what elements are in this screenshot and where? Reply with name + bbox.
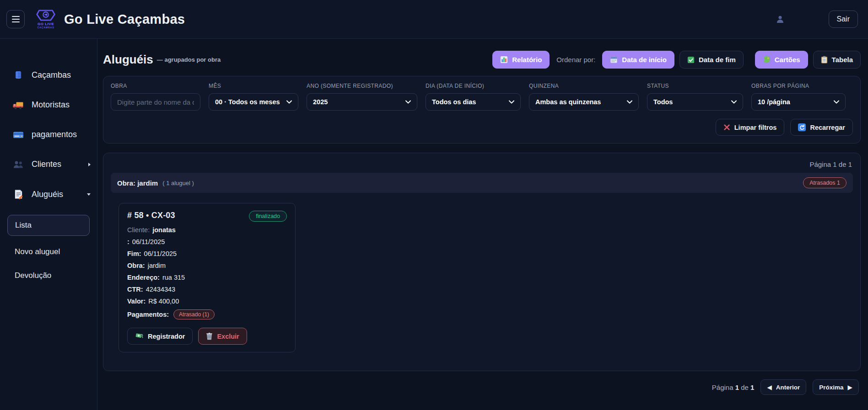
sidebar-item-label: Motoristas xyxy=(32,100,70,110)
rental-card: # 58 • CX-03 finalizado Cliente: jonatas… xyxy=(119,203,296,352)
sidebar-subitem-devolucao[interactable]: Devolução xyxy=(0,265,97,286)
sidebar-subitem-label: Devolução xyxy=(15,271,51,280)
delete-rental-button[interactable]: Excluir xyxy=(198,328,247,345)
list-page-indicator: Página 1 de 1 xyxy=(111,159,853,173)
day-select[interactable]: Todos os dias xyxy=(426,93,521,111)
month-select[interactable]: 00 · Todos os meses xyxy=(209,93,298,111)
sidebar-item-label: Caçambas xyxy=(32,70,71,80)
sidebar-subitem-label: Novo aluguel xyxy=(15,247,60,256)
logo-container-icon xyxy=(36,9,56,21)
prev-arrow-icon: ◀ xyxy=(767,383,771,391)
next-page-button[interactable]: Próxima ▶ xyxy=(813,379,859,395)
start-date-line: : 06/11/2025 xyxy=(127,238,287,245)
status-select[interactable]: Todos xyxy=(647,93,743,111)
end-date-line: Fim: 06/11/2025 xyxy=(127,250,287,257)
year-select[interactable]: 2025 xyxy=(307,93,417,111)
hamburger-menu-button[interactable] xyxy=(6,10,25,28)
sidebar-item-alugueis[interactable]: Aluguéis xyxy=(0,185,97,204)
hamburger-icon xyxy=(12,16,20,17)
clear-filters-button[interactable]: Limpar filtros xyxy=(716,119,785,136)
puzzle-icon xyxy=(763,56,771,64)
bar-chart-icon xyxy=(500,56,508,64)
filter-label-obra: OBRA xyxy=(111,83,200,89)
value-line: Valor: R$ 400,00 xyxy=(127,298,287,305)
sidebar-item-label: Aluguéis xyxy=(32,190,63,199)
chevron-down-icon xyxy=(731,100,737,104)
per-page-select[interactable]: 10 /página xyxy=(751,93,846,111)
filter-label-quinzena: QUINZENA xyxy=(529,83,639,89)
check-icon xyxy=(687,56,695,64)
logout-button[interactable]: Sair xyxy=(829,11,858,28)
sidebar-item-clientes[interactable]: Clientes xyxy=(0,155,97,174)
filter-label-per-page: OBRAS POR PÁGINA xyxy=(751,83,846,89)
sidebar-subitem-label: Lista xyxy=(15,221,32,229)
app-title: Go Live Caçambas xyxy=(64,12,185,27)
reload-button[interactable]: Recarregar xyxy=(790,119,853,136)
client-line: Cliente: jonatas xyxy=(127,226,287,234)
top-navbar: GO LIVE CAÇAMBAS Go Live Caçambas Sair xyxy=(0,0,868,39)
x-icon xyxy=(723,124,730,131)
next-arrow-icon: ▶ xyxy=(848,383,852,391)
address-line: Endereço: rua 315 xyxy=(127,274,287,281)
chevron-right-icon xyxy=(88,163,91,166)
user-icon xyxy=(776,15,785,24)
obra-line: Obra: jardim xyxy=(127,262,287,269)
status-badge: finalizado xyxy=(249,211,287,222)
register-payment-button[interactable]: Registrador xyxy=(127,328,193,345)
pagination-indicator: Página 1 de 1 xyxy=(712,383,755,391)
obra-search-input[interactable] xyxy=(111,93,200,111)
report-button[interactable]: Relatório xyxy=(492,51,550,69)
logo-text-top: GO LIVE xyxy=(38,22,54,26)
obra-group-count: ( 1 aluguel ) xyxy=(162,180,194,186)
truck-icon xyxy=(13,101,24,110)
clipboard-icon xyxy=(821,56,828,64)
sidebar-subitem-lista[interactable]: Lista xyxy=(7,215,90,236)
sidebar-item-pagamentos[interactable]: pagamentos xyxy=(0,125,97,144)
barrel-icon xyxy=(13,70,24,80)
sidebar-subitem-novo-aluguel[interactable]: Novo aluguel xyxy=(0,241,97,262)
chevron-down-icon xyxy=(834,100,839,104)
page-subtitle: — agrupados por obra xyxy=(157,56,221,63)
trash-icon xyxy=(206,332,213,340)
credit-card-icon xyxy=(13,131,24,139)
sidebar: Caçambas Motoristas xyxy=(0,39,97,410)
late-count-badge: Atrasados 1 xyxy=(803,177,846,188)
order-by-label: Ordenar por: xyxy=(556,56,595,64)
sort-start-date-button[interactable]: Data de início xyxy=(602,51,674,69)
previous-page-button[interactable]: ◀ Anterior xyxy=(760,379,806,395)
obra-group-header: Obra: jardim ( 1 aluguel ) Atrasados 1 xyxy=(111,173,853,193)
chevron-down-icon xyxy=(405,100,411,104)
page-title: Aluguéis xyxy=(103,53,153,67)
chevron-down-icon xyxy=(627,100,632,104)
sort-end-date-button[interactable]: Data de fim xyxy=(679,51,744,69)
sidebar-item-motoristas[interactable]: Motoristas xyxy=(0,96,97,114)
chevron-down-icon xyxy=(286,100,292,104)
obra-group-title: Obra: jardim xyxy=(117,179,158,187)
rentals-list-panel: Página 1 de 1 Obra: jardim ( 1 aluguel )… xyxy=(103,153,861,371)
filter-label-dia: DIA (DATA DE INÍCIO) xyxy=(426,83,521,89)
filter-label-status: STATUS xyxy=(647,83,743,89)
calendar-icon xyxy=(610,56,618,64)
bottom-pagination: Página 1 de 1 ◀ Anterior Próxima ▶ xyxy=(103,379,861,395)
main-content: Aluguéis — agrupados por obra Relatório … xyxy=(97,39,868,410)
document-pencil-icon xyxy=(13,189,24,199)
money-icon xyxy=(135,332,144,340)
ctr-line: CTR: 42434343 xyxy=(127,286,287,293)
sidebar-item-cacambas[interactable]: Caçambas xyxy=(0,65,97,85)
sidebar-item-label: Clientes xyxy=(32,160,61,169)
fortnight-select[interactable]: Ambas as quinzenas xyxy=(529,93,639,111)
logo-text-bottom: CAÇAMBAS xyxy=(38,27,54,29)
view-table-button[interactable]: Tabela xyxy=(813,51,861,69)
filter-label-ano: ANO (SOMENTE REGISTRADO) xyxy=(307,83,417,89)
chevron-down-icon xyxy=(87,193,91,196)
rental-card-title: # 58 • CX-03 xyxy=(127,211,175,220)
payment-late-badge: Atrasado (1) xyxy=(173,309,215,319)
chevron-down-icon xyxy=(509,100,514,104)
sidebar-item-label: pagamentos xyxy=(32,130,77,139)
people-icon xyxy=(13,160,24,169)
view-cards-button[interactable]: Cartões xyxy=(755,51,808,69)
brand-logo: GO LIVE CAÇAMBAS xyxy=(36,9,56,29)
reload-icon xyxy=(798,123,806,131)
filter-label-mes: MÊS xyxy=(209,83,298,89)
payments-line: Pagamentos: Atrasado (1) xyxy=(127,309,287,319)
